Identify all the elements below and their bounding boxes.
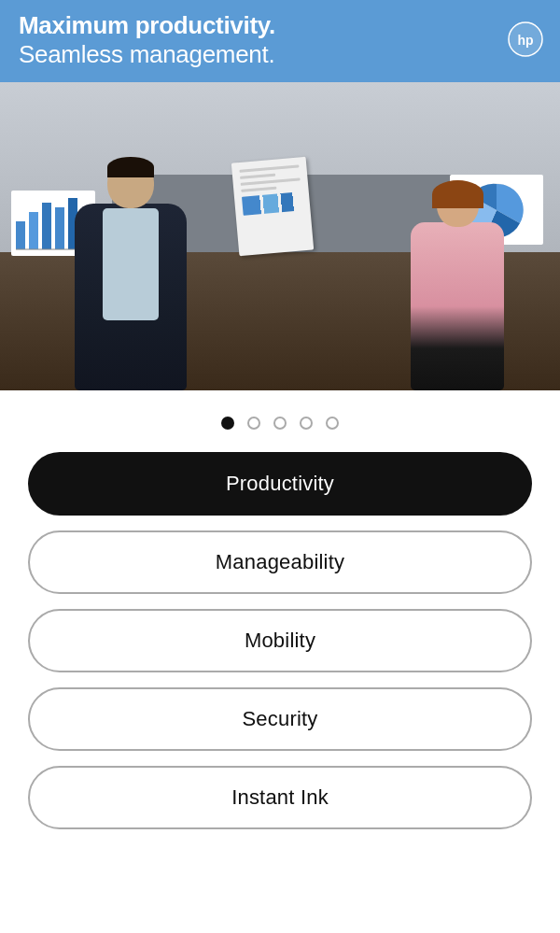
figure-woman xyxy=(411,180,504,390)
svg-rect-4 xyxy=(42,203,51,249)
carousel-dot-5[interactable] xyxy=(326,417,339,430)
carousel-dot-2[interactable] xyxy=(247,417,260,430)
svg-rect-2 xyxy=(16,221,25,249)
svg-text:hp: hp xyxy=(517,33,533,48)
header-title-line2: Seamless management. xyxy=(19,40,541,69)
header-title-line1: Maximum productivity. xyxy=(19,11,541,40)
carousel-dot-1[interactable] xyxy=(221,417,234,430)
svg-rect-3 xyxy=(29,212,38,249)
man-hair xyxy=(107,157,154,177)
man-shirt xyxy=(103,208,159,320)
mobility-button[interactable]: Mobility xyxy=(28,609,532,672)
instant-ink-button[interactable]: Instant Ink xyxy=(28,766,532,829)
hp-logo: hp xyxy=(508,21,543,61)
carousel-dots xyxy=(0,390,560,452)
carousel-dot-3[interactable] xyxy=(273,417,287,430)
header-banner: Maximum productivity. Seamless managemen… xyxy=(0,0,560,82)
productivity-button[interactable]: Productivity xyxy=(28,452,532,516)
navigation-buttons: Productivity Manageability Mobility Secu… xyxy=(0,452,560,857)
man-body xyxy=(75,204,187,390)
hero-image xyxy=(0,82,560,390)
security-button[interactable]: Security xyxy=(28,687,532,751)
man-head xyxy=(107,157,154,208)
document-paper xyxy=(231,157,314,257)
carousel-dot-4[interactable] xyxy=(300,417,313,430)
woman-body xyxy=(411,222,504,390)
svg-rect-5 xyxy=(55,207,64,249)
woman-hair xyxy=(432,180,483,208)
woman-head xyxy=(437,180,479,227)
manageability-button[interactable]: Manageability xyxy=(28,530,532,594)
figure-man xyxy=(75,157,187,390)
